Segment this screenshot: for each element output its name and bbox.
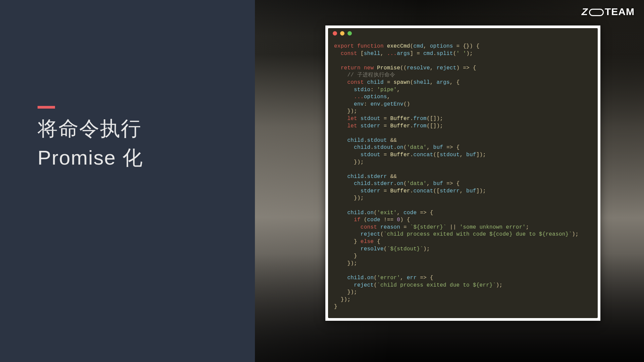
window-titlebar [328, 28, 598, 38]
zoom-icon[interactable] [347, 31, 352, 36]
brand-oo-icon [589, 9, 604, 16]
minimize-icon[interactable] [340, 31, 344, 36]
brand-text-left: Z [582, 6, 588, 17]
code-frame: export function execCmd(cmd, options = {… [325, 25, 600, 321]
left-panel: 将命令执行 Promise 化 [0, 0, 255, 362]
title-line-2: Promise 化 [38, 143, 143, 172]
code-window: export function execCmd(cmd, options = {… [328, 28, 598, 318]
slide-title: 将命令执行 Promise 化 [38, 114, 143, 172]
close-icon[interactable] [333, 31, 337, 36]
brand-text-right: TEAM [605, 6, 635, 17]
brand-logo: Z TEAM [582, 6, 635, 17]
slide: 将命令执行 Promise 化 Z TEAM export function e… [0, 0, 644, 362]
accent-bar [38, 106, 55, 109]
title-line-1: 将命令执行 [38, 114, 143, 143]
code-block: export function execCmd(cmd, options = {… [328, 38, 598, 318]
